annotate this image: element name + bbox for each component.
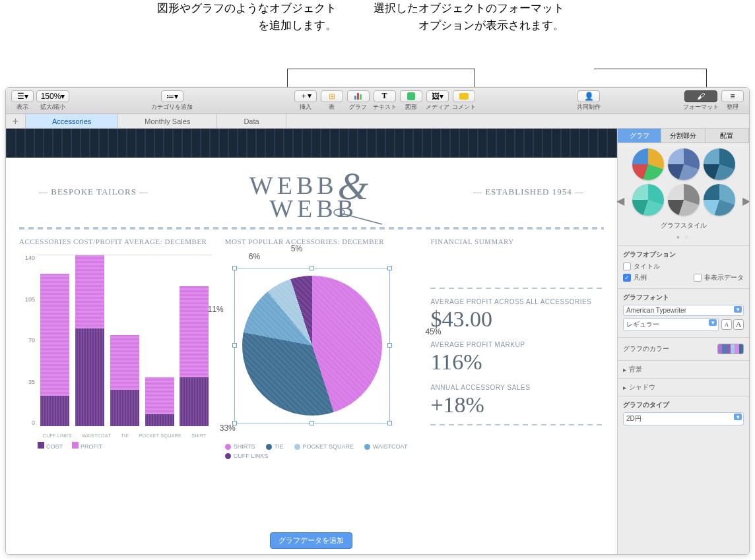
pie-label: 45% bbox=[425, 327, 441, 336]
legend-checkbox[interactable]: ✓ bbox=[623, 274, 631, 282]
inspector-tab-chart[interactable]: グラフ bbox=[618, 129, 661, 143]
style-prev[interactable]: ◀ bbox=[616, 195, 624, 207]
summary-value: $43.00 bbox=[430, 307, 604, 332]
bar-legend: COST PROFIT bbox=[38, 442, 102, 450]
needle-icon bbox=[333, 206, 385, 226]
brush-icon: 🖌 bbox=[697, 92, 705, 101]
shape-icon bbox=[407, 92, 415, 100]
pie-legend: SHIRTS TIE POCKET SQUARE WAISTCOAT CUFF … bbox=[225, 443, 418, 459]
font-family-select[interactable]: American Typewriter bbox=[623, 305, 744, 316]
chart-style-picker: ◀ ▶ グラフスタイル ● ○ bbox=[618, 143, 749, 245]
chart-style[interactable] bbox=[632, 148, 664, 180]
font-larger[interactable]: A bbox=[733, 319, 744, 330]
summary-label: ANNUAL ACCESSORY SALES bbox=[430, 384, 604, 391]
table-button[interactable]: ⊞表 bbox=[319, 89, 345, 113]
tagline-right: — ESTABLISHED 1954 — bbox=[473, 187, 584, 197]
pie-graphic[interactable] bbox=[242, 276, 382, 416]
resize-handle[interactable] bbox=[310, 266, 314, 270]
insert-group: ＋▾挿入 ⊞表 グラフ Tテキスト 図形 🖼▾メディア コメント bbox=[293, 89, 476, 113]
summary-label: AVERAGE PROFIT MARKUP bbox=[430, 341, 604, 348]
text-button[interactable]: Tテキスト bbox=[372, 89, 397, 113]
add-chart-data-button[interactable]: グラフデータを追加 bbox=[270, 532, 352, 549]
style-pager[interactable]: ● ○ bbox=[623, 234, 744, 240]
y-axis: 14010570350 bbox=[19, 255, 35, 426]
insert-button[interactable]: ＋▾挿入 bbox=[293, 89, 318, 113]
resize-handle[interactable] bbox=[232, 266, 237, 270]
resize-handle[interactable] bbox=[232, 343, 237, 348]
format-button[interactable]: 🖌フォーマット bbox=[683, 89, 719, 113]
svg-line-1 bbox=[343, 214, 382, 224]
organize-button[interactable]: ≡整理 bbox=[720, 89, 745, 113]
inspector-tab-segments[interactable]: 分割部分 bbox=[661, 129, 705, 143]
canvas[interactable]: — BESPOKE TAILORS — WEBB& WEBB — ESTABLI… bbox=[6, 129, 617, 554]
options-heading: グラフオプション bbox=[623, 250, 744, 259]
color-heading: グラフのカラー bbox=[623, 344, 669, 354]
chart-style[interactable] bbox=[632, 184, 664, 216]
font-smaller[interactable]: A bbox=[721, 319, 732, 330]
pie-label: 11% bbox=[208, 305, 224, 314]
toolbar: ☰▾表示 150%▾拡大/縮小 ≔▾カテゴリを追加 ＋▾挿入 ⊞表 グラフ Tテ… bbox=[6, 88, 749, 114]
sheet-tab-monthly[interactable]: Monthly Sales bbox=[118, 114, 217, 128]
style-label: グラフスタイル bbox=[623, 221, 744, 230]
header-texture bbox=[6, 129, 617, 158]
add-sheet-button[interactable]: + bbox=[6, 114, 26, 128]
svg-point-0 bbox=[334, 209, 345, 216]
sheet-tab-data[interactable]: Data bbox=[217, 114, 286, 128]
resize-handle[interactable] bbox=[387, 266, 392, 270]
summary-label: AVERAGE PROFIT ACROSS ALL ACCESSORIES bbox=[430, 298, 604, 305]
category-button[interactable]: ≔▾カテゴリを追加 bbox=[151, 89, 193, 113]
summary-title: FINANCIAL SUMMARY bbox=[430, 237, 604, 245]
title-checkbox[interactable] bbox=[623, 263, 631, 270]
callout-insert: 図形やグラフのようなオブジェクトを追加します。 bbox=[152, 0, 337, 34]
zoom-button[interactable]: 150%▾拡大/縮小 bbox=[36, 89, 69, 113]
summary-value: +18% bbox=[430, 392, 604, 418]
pie-label: 6% bbox=[249, 252, 260, 261]
font-weight-select[interactable]: レギュラー bbox=[623, 318, 719, 331]
font-heading: グラフフォント bbox=[623, 293, 744, 302]
sheet-tab-accessories[interactable]: Accessories bbox=[26, 114, 118, 128]
divider bbox=[19, 227, 604, 230]
collaborate-button[interactable]: 👤共同制作 bbox=[576, 89, 601, 113]
type-heading: グラフのタイプ bbox=[623, 400, 744, 410]
chart-style[interactable] bbox=[704, 184, 735, 216]
hidden-data-checkbox[interactable] bbox=[694, 274, 702, 282]
inspector-tab-arrange[interactable]: 配置 bbox=[706, 129, 749, 143]
callout-format: 選択したオブジェクトのフォーマットオプションが表示されます。 bbox=[373, 0, 564, 34]
chart-color-picker[interactable] bbox=[717, 344, 744, 354]
chart-style[interactable] bbox=[704, 148, 735, 180]
pie-label: 5% bbox=[291, 244, 302, 253]
sheet-tabs: + Accessories Monthly Sales Data bbox=[6, 114, 749, 129]
logo: WEBB& WEBB bbox=[249, 164, 372, 219]
bar-chart[interactable]: 14010570350 CUFF LINKSWAISTCOATTIEPOCKET… bbox=[19, 255, 212, 446]
chart-button[interactable]: グラフ bbox=[346, 89, 371, 113]
style-next[interactable]: ▶ bbox=[742, 195, 749, 207]
shadow-disclosure[interactable]: ▸ シャドウ bbox=[623, 383, 744, 392]
chart-type-select[interactable]: 2D円 bbox=[623, 412, 744, 425]
comment-button[interactable]: コメント bbox=[451, 89, 476, 113]
view-button[interactable]: ☰▾表示 bbox=[10, 89, 35, 113]
pie-chart-title: MOST POPULAR ACCESSORIES: DECEMBER bbox=[225, 237, 418, 245]
tagline-left: — BESPOKE TAILORS — bbox=[39, 187, 148, 197]
resize-handle[interactable] bbox=[387, 421, 392, 425]
pie-chart[interactable]: 45% 33% 11% 6% 5% SHIRTS TIE POCKET SQUA… bbox=[225, 255, 418, 446]
pie-label: 33% bbox=[220, 423, 236, 433]
chart-style[interactable] bbox=[668, 148, 700, 180]
background-disclosure[interactable]: ▸ 背景 bbox=[623, 365, 744, 374]
resize-handle[interactable] bbox=[310, 421, 314, 425]
app-window: ☰▾表示 150%▾拡大/縮小 ≔▾カテゴリを追加 ＋▾挿入 ⊞表 グラフ Tテ… bbox=[5, 87, 750, 555]
shape-button[interactable]: 図形 bbox=[399, 89, 424, 113]
summary-value: 116% bbox=[430, 350, 604, 375]
chart-icon bbox=[354, 93, 362, 100]
resize-handle[interactable] bbox=[387, 343, 392, 348]
bar-chart-title: ACCESSORIES COST/PROFIT AVERAGE: DECEMBE… bbox=[19, 237, 212, 245]
media-button[interactable]: 🖼▾メディア bbox=[425, 89, 450, 113]
chart-style[interactable] bbox=[668, 184, 700, 216]
comment-icon bbox=[459, 93, 469, 100]
inspector: グラフ 分割部分 配置 ◀ ▶ グラフスタイル ● ○ グラフオプション タイト… bbox=[617, 129, 749, 554]
